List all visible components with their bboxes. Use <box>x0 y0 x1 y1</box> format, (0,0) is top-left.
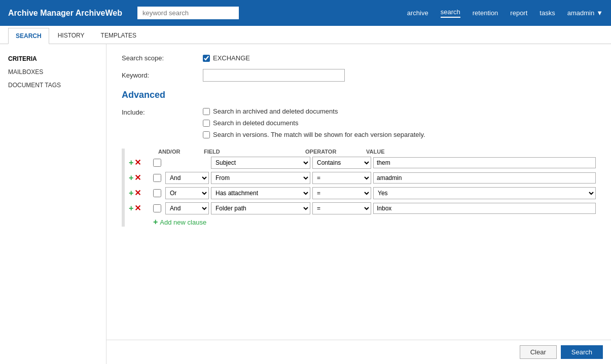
clause-3-remove-button[interactable]: ✕ <box>134 189 141 197</box>
col-andor-header: AND/OR <box>158 149 204 155</box>
include-label: Include: <box>122 107 203 138</box>
main-layout: CRITERIA MAILBOXES DOCUMENT TAGS Search … <box>0 44 611 364</box>
clause-4-operator[interactable]: = Contains != <box>312 202 371 214</box>
nav-search[interactable]: search <box>441 8 460 18</box>
include-deleted-label: Search in deleted documents <box>213 119 298 127</box>
clause-4-field[interactable]: Subject From Has attachment Folder path <box>211 202 310 214</box>
search-button[interactable]: Search <box>561 345 603 359</box>
include-archived-deleted-label: Search in archived and deleted documents <box>213 107 338 115</box>
clause-2-checkbox[interactable] <box>153 174 161 182</box>
nav-tasks[interactable]: tasks <box>540 9 555 17</box>
clause-2-field-select[interactable]: Subject From Has attachment Folder path <box>211 172 310 184</box>
sidebar-item-document-tags[interactable]: DOCUMENT TAGS <box>0 79 106 92</box>
main-nav: archive search retention report tasks am… <box>407 8 603 18</box>
global-search-input[interactable] <box>137 7 239 19</box>
content-area: Search scope: EXCHANGE Keyword: Advanced… <box>106 44 611 364</box>
clause-2-andor[interactable]: And Or <box>165 172 209 184</box>
clauses-section: AND/OR FIELD OPERATOR VALUE + ✕ <box>122 149 596 227</box>
keyword-input[interactable] <box>203 69 345 82</box>
clause-4-field-select[interactable]: Subject From Has attachment Folder path <box>211 202 310 214</box>
clause-2-value[interactable] <box>373 172 596 184</box>
clause-4-andor[interactable]: And Or <box>165 202 209 214</box>
col-field-header: FIELD <box>204 149 305 155</box>
clauses-header: AND/OR FIELD OPERATOR VALUE <box>129 149 596 155</box>
clause-2-remove-button[interactable]: ✕ <box>134 174 141 182</box>
clauses-resize-handle[interactable] <box>122 149 125 227</box>
nav-amadmin[interactable]: amadmin ▼ <box>567 9 603 17</box>
header: Archive Manager ArchiveWeb archive searc… <box>0 0 611 26</box>
tab-search[interactable]: SEARCH <box>8 28 49 44</box>
search-scope-label: Search scope: <box>122 54 203 62</box>
exchange-label: EXCHANGE <box>213 54 250 62</box>
clause-2-actions: + ✕ <box>129 174 151 182</box>
exchange-checkbox-label[interactable]: EXCHANGE <box>203 54 250 62</box>
clause-4-value-input[interactable] <box>373 203 596 214</box>
clause-1-remove-button[interactable]: ✕ <box>134 159 141 167</box>
search-scope-control: EXCHANGE <box>203 54 250 62</box>
clause-2-value-input[interactable] <box>373 172 596 184</box>
add-clause-plus-icon: + <box>153 217 158 227</box>
col-operator-header: OPERATOR <box>305 149 366 155</box>
clause-4-add-button[interactable]: + <box>129 204 133 212</box>
nav-retention[interactable]: retention <box>473 9 498 17</box>
include-versions-label: Search in versions. The match will be sh… <box>213 131 425 138</box>
sidebar-item-mailboxes[interactable]: MAILBOXES <box>0 65 106 79</box>
clause-4-operator-select[interactable]: = Contains != <box>312 202 371 214</box>
footer-actions: Clear Search <box>106 340 611 364</box>
clause-2-operator-select[interactable]: = Contains != <box>312 172 371 184</box>
include-deleted-checkbox[interactable] <box>203 120 210 127</box>
clause-1-field[interactable]: Subject From Has attachment Folder path … <box>211 157 310 169</box>
include-versions[interactable]: Search in versions. The match will be sh… <box>203 131 425 138</box>
clause-row-3: + ✕ And Or Subject From <box>129 187 596 199</box>
tab-bar: SEARCH HISTORY TEMPLATES <box>0 26 611 44</box>
clause-4-andor-select[interactable]: And Or <box>165 202 209 214</box>
clause-1-operator-select[interactable]: Contains = != <box>312 157 371 169</box>
clause-3-add-button[interactable]: + <box>129 189 133 197</box>
clause-2-andor-select[interactable]: And Or <box>165 172 209 184</box>
keyword-row: Keyword: <box>122 69 596 82</box>
add-clause-link[interactable]: + Add new clause <box>153 217 596 227</box>
clause-3-value-select[interactable]: Yes No <box>373 187 596 199</box>
clause-3-field-select[interactable]: Subject From Has attachment Folder path <box>211 187 310 199</box>
clause-2-add-button[interactable]: + <box>129 174 133 182</box>
clause-3-operator-select[interactable]: = Contains != <box>312 187 371 199</box>
advanced-title: Advanced <box>122 90 596 100</box>
sidebar-item-criteria[interactable]: CRITERIA <box>0 52 106 65</box>
clause-1-value[interactable] <box>373 157 596 168</box>
clause-3-operator[interactable]: = Contains != <box>312 187 371 199</box>
keyword-label: Keyword: <box>122 71 203 79</box>
include-archived-deleted[interactable]: Search in archived and deleted documents <box>203 107 425 115</box>
tab-history[interactable]: HISTORY <box>50 27 92 44</box>
clause-1-value-input[interactable] <box>373 157 596 168</box>
nav-report[interactable]: report <box>510 9 527 17</box>
include-archived-deleted-checkbox[interactable] <box>203 108 210 115</box>
search-scope-row: Search scope: EXCHANGE <box>122 54 596 62</box>
clause-3-value[interactable]: Yes No <box>373 187 596 199</box>
include-versions-checkbox[interactable] <box>203 131 210 138</box>
clause-4-remove-button[interactable]: ✕ <box>134 204 141 212</box>
clause-3-actions: + ✕ <box>129 189 151 197</box>
clause-3-checkbox[interactable] <box>153 189 161 197</box>
include-section: Include: Search in archived and deleted … <box>122 107 596 138</box>
clause-4-value[interactable] <box>373 203 596 214</box>
clause-1-checkbox[interactable] <box>153 159 161 167</box>
add-clause-label: Add new clause <box>160 219 206 226</box>
clear-button[interactable]: Clear <box>520 345 557 359</box>
clause-1-field-select[interactable]: Subject From Has attachment Folder path … <box>211 157 310 169</box>
clause-3-andor[interactable]: And Or <box>165 187 209 199</box>
clause-2-field[interactable]: Subject From Has attachment Folder path <box>211 172 310 184</box>
clause-4-actions: + ✕ <box>129 204 151 212</box>
clause-4-checkbox[interactable] <box>153 204 161 212</box>
clauses-inner: AND/OR FIELD OPERATOR VALUE + ✕ <box>129 149 596 227</box>
clause-1-operator[interactable]: Contains = != <box>312 157 371 169</box>
clause-1-add-button[interactable]: + <box>129 159 133 167</box>
clause-3-field[interactable]: Subject From Has attachment Folder path <box>211 187 310 199</box>
clause-2-operator[interactable]: = Contains != <box>312 172 371 184</box>
tab-templates[interactable]: TEMPLATES <box>93 27 144 44</box>
nav-archive[interactable]: archive <box>407 9 428 17</box>
include-options: Search in archived and deleted documents… <box>203 107 425 138</box>
app-title: Archive Manager ArchiveWeb <box>8 9 122 18</box>
exchange-checkbox[interactable] <box>203 55 210 62</box>
include-deleted[interactable]: Search in deleted documents <box>203 119 425 127</box>
clause-3-andor-select[interactable]: And Or <box>165 187 209 199</box>
